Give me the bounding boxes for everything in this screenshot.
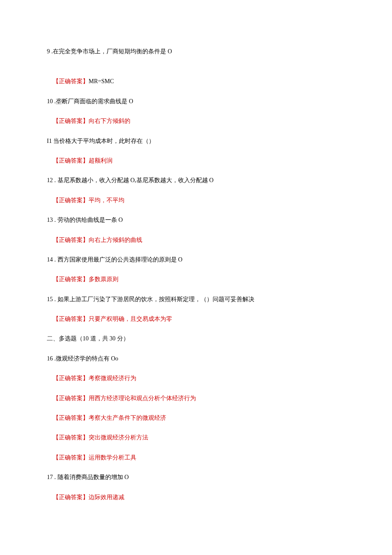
answer-label: 【正确答案】 <box>53 316 89 322</box>
answer-line: 【正确答案】多数票原则 <box>47 275 345 284</box>
question-text: 13 . 劳动的供给曲线是一条 O <box>47 215 345 225</box>
question-body: 当价格大于平均成本时，此时存在（） <box>52 138 155 144</box>
answer-text: 多数票原则 <box>89 276 118 282</box>
answer-label: 【正确答案】 <box>53 454 89 461</box>
answer-text: 运用数学分析工具 <box>89 454 136 461</box>
question-text: 10 .垄断厂商面临的需求曲线是 O <box>47 97 345 106</box>
question-body: . 如果上游工厂污染了下游居民的饮水，按照科斯定理，（）问题可妥善解决 <box>53 296 254 302</box>
answer-label: 【正确答案】 <box>53 395 89 401</box>
answer-label: 【正确答案】 <box>53 375 89 381</box>
question-body: . 基尼系数越小，收入分配越 O,基尼系数越大，收入分配越 O <box>53 177 213 183</box>
answer-line: 【正确答案】考察微观经济行为 <box>47 374 345 383</box>
answer-label: 【正确答案】 <box>53 494 89 500</box>
question-number: 9 <box>47 48 50 55</box>
question-body: .在完全竞争市场上，厂商短期均衡的条件是 O <box>50 48 172 55</box>
question-text: 15 . 如果上游工厂污染了下游居民的饮水，按照科斯定理，（）问题可妥善解决 <box>47 295 345 304</box>
answer-label: 【正确答案】 <box>53 197 89 203</box>
question-text: 12 . 基尼系数越小，收入分配越 O,基尼系数越大，收入分配越 O <box>47 176 345 185</box>
answer-line: 【正确答案】MR=SMC <box>47 77 345 86</box>
question-number: 17 <box>47 474 53 480</box>
answer-line: 【正确答案】平均，不平均 <box>47 196 345 205</box>
question-body: .微观经济学的特点有 Oo <box>53 355 118 362</box>
question-number: 13 <box>47 217 53 223</box>
question-text: 9 .在完全竞争市场上，厂商短期均衡的条件是 O <box>47 47 345 56</box>
question-body: . 劳动的供给曲线是一条 O <box>53 217 123 223</box>
question-body: .垄断厂商面临的需求曲线是 O <box>53 98 133 105</box>
question-text: 17 . 随着消费商品数量的增加 O <box>47 473 345 482</box>
answer-label: 【正确答案】 <box>53 415 89 421</box>
answer-label: 【正确答案】 <box>53 237 89 243</box>
answer-line: 【正确答案】用西方经济理论和观点分析个体经济行为 <box>47 394 345 403</box>
answer-line: 【正确答案】只要产权明确，且交易成本为零 <box>47 314 345 324</box>
question-text: I1 当价格大于平均成本时，此时存在（） <box>47 137 345 146</box>
answer-text: 超额利润 <box>89 157 112 164</box>
answer-line: 【正确答案】向右上方倾斜的曲线 <box>47 235 345 245</box>
answer-line: 【正确答案】运用数学分析工具 <box>47 453 345 462</box>
answer-text: MR=SMC <box>89 78 114 84</box>
question-text: 16 .微观经济学的特点有 Oo <box>47 354 345 363</box>
answer-text: 向右下方倾斜的 <box>89 118 130 124</box>
question-number: 10 <box>47 98 53 105</box>
question-body: . 西方国家使用最广泛的公共选择理论的原则是 O <box>53 256 182 263</box>
answer-line: 【正确答案】向右下方倾斜的 <box>47 116 345 126</box>
question-number: 16 <box>47 355 53 362</box>
answer-label: 【正确答案】 <box>53 276 89 282</box>
question-number: I1 <box>47 138 52 144</box>
answer-label: 【正确答案】 <box>53 434 89 441</box>
answer-text: 边际效用递减 <box>89 494 124 500</box>
question-text: 14 . 西方国家使用最广泛的公共选择理论的原则是 O <box>47 255 345 264</box>
answer-label: 【正确答案】 <box>53 118 89 124</box>
answer-text: 考察大生产条件下的微观经济 <box>89 415 166 421</box>
answer-line: 【正确答案】突出微观经济分析方法 <box>47 433 345 442</box>
question-number: 12 <box>47 177 53 183</box>
answer-text: 只要产权明确，且交易成本为零 <box>89 316 172 322</box>
answer-text: 平均，不平均 <box>89 197 124 203</box>
answer-line: 【正确答案】考察大生产条件下的微观经济 <box>47 413 345 423</box>
answer-label: 【正确答案】 <box>53 78 89 84</box>
answer-text: 向右上方倾斜的曲线 <box>89 237 142 243</box>
answer-text: 突出微观经济分析方法 <box>89 434 148 441</box>
question-number: 15 <box>47 296 53 302</box>
answer-label: 【正确答案】 <box>53 157 89 164</box>
section-header: 二、多选题（10 道，共 30 分） <box>47 334 345 343</box>
answer-text: 考察微观经济行为 <box>89 375 136 381</box>
question-number: 14 <box>47 256 53 263</box>
answer-text: 用西方经济理论和观点分析个体经济行为 <box>89 395 196 401</box>
answer-line: 【正确答案】边际效用递减 <box>47 493 345 502</box>
answer-line: 【正确答案】超额利润 <box>47 156 345 166</box>
question-body: . 随着消费商品数量的增加 O <box>53 474 129 480</box>
